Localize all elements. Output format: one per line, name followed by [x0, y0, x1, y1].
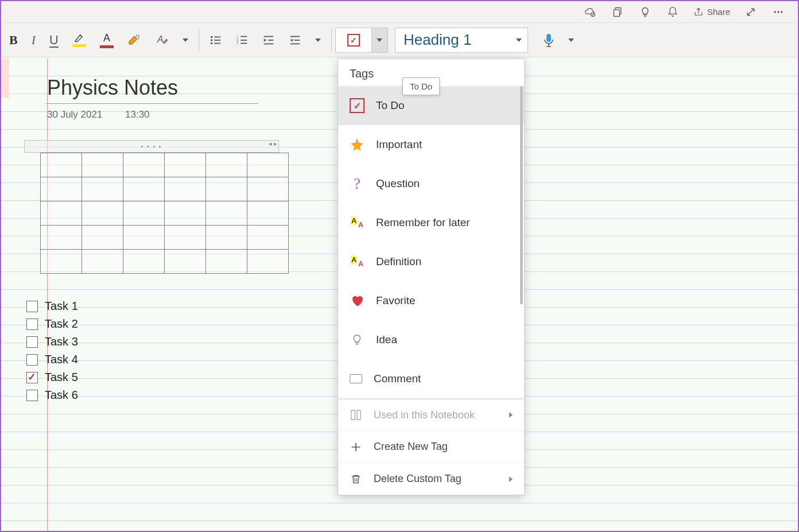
ribbon-toolbar: B I U A A 123	[1, 23, 798, 57]
tags-create-new[interactable]: Create New Tag	[338, 430, 524, 463]
separator	[331, 29, 332, 52]
tag-item-remember[interactable]: AARemember for later	[338, 203, 524, 242]
tag-item-label: To Do	[376, 99, 405, 112]
highlight-button[interactable]	[65, 27, 93, 53]
numbered-list-button[interactable]: 123	[229, 27, 255, 53]
lightbulb-icon[interactable]	[631, 2, 659, 22]
task-row: Task 4	[26, 351, 78, 368]
svg-rect-21	[268, 40, 273, 41]
tag-item-label: Definition	[376, 255, 421, 268]
page-title[interactable]: Physics Notes	[47, 76, 178, 100]
tags-delete-custom[interactable]: Delete Custom Tag	[338, 463, 524, 495]
tag-item-bulb[interactable]: Idea	[338, 320, 524, 359]
task-checkbox[interactable]	[26, 336, 38, 348]
font-dropdown-arrow[interactable]	[176, 27, 195, 53]
lightbulb-icon	[350, 332, 364, 347]
todo-checkbox-icon	[347, 34, 360, 46]
todo-icon	[350, 98, 364, 113]
svg-rect-20	[264, 36, 274, 37]
tags-create-label: Create New Tag	[374, 441, 448, 453]
tag-item-label: Idea	[376, 333, 397, 346]
svg-rect-24	[290, 40, 293, 41]
notifications-icon[interactable]	[659, 2, 686, 22]
style-selector-arrow[interactable]	[510, 28, 528, 52]
tag-item-heart[interactable]: Favorite	[338, 281, 524, 320]
svg-rect-17	[241, 40, 247, 41]
fullscreen-icon[interactable]	[737, 2, 765, 22]
edge-decoration	[1, 59, 9, 98]
tag-item-label: Important	[376, 138, 422, 151]
share-button[interactable]: Share	[686, 2, 737, 22]
table-container-handle[interactable]: • • • •	[24, 140, 279, 153]
dictate-dropdown-arrow[interactable]	[561, 27, 581, 53]
decrease-indent-button[interactable]	[255, 27, 282, 53]
question-icon: ?	[350, 176, 364, 191]
star-icon	[350, 137, 364, 152]
bullet-list-button[interactable]	[203, 27, 229, 53]
task-checkbox[interactable]	[26, 390, 38, 401]
svg-rect-13	[214, 42, 220, 44]
task-label[interactable]: Task 6	[45, 389, 78, 402]
cloud-sync-icon[interactable]	[576, 2, 604, 22]
svg-rect-6	[136, 35, 139, 39]
scrollbar-thumb[interactable]	[520, 86, 523, 304]
chevron-right-icon	[509, 412, 513, 418]
tag-item-comment[interactable]: Comment	[338, 359, 524, 398]
bold-button[interactable]: B	[2, 27, 25, 53]
italic-button[interactable]: I	[25, 27, 42, 53]
tag-item-definition[interactable]: AADefinition	[338, 242, 524, 281]
task-row: Task 1	[26, 297, 78, 315]
task-checkbox[interactable]	[26, 354, 38, 366]
paragraph-dropdown-arrow[interactable]	[308, 27, 328, 53]
embedded-table[interactable]	[40, 153, 289, 274]
style-selector-value: Heading 1	[395, 31, 510, 49]
svg-rect-25	[294, 40, 300, 41]
page-time[interactable]: 13:30	[125, 109, 150, 121]
svg-rect-11	[214, 40, 220, 41]
svg-point-5	[781, 11, 782, 13]
todo-tag-dropdown-button[interactable]	[371, 28, 387, 52]
increase-indent-button[interactable]	[282, 27, 308, 53]
task-label[interactable]: Task 5	[45, 371, 78, 384]
dictate-button[interactable]	[536, 27, 561, 53]
clear-formatting-button[interactable]: A	[148, 27, 176, 53]
task-label[interactable]: Task 3	[45, 335, 78, 348]
svg-rect-27	[546, 34, 551, 42]
tooltip: To Do	[402, 77, 440, 95]
svg-point-12	[211, 42, 213, 44]
underline-button[interactable]: U	[42, 27, 65, 53]
task-list: Task 1Task 2Task 3Task 4Task 5Task 6	[26, 297, 78, 404]
svg-text:3: 3	[236, 41, 238, 45]
task-label[interactable]: Task 1	[45, 300, 78, 313]
tags-delete-label: Delete Custom Tag	[374, 473, 461, 485]
task-label[interactable]: Task 4	[45, 353, 78, 366]
tag-item-star[interactable]: Important	[338, 125, 524, 164]
todo-tag-button[interactable]	[336, 28, 371, 52]
format-painter-button[interactable]	[121, 27, 148, 53]
svg-rect-9	[214, 36, 220, 37]
task-checkbox[interactable]	[26, 372, 38, 383]
svg-point-8	[211, 36, 213, 38]
title-bar: Share	[1, 1, 798, 23]
tag-item-question[interactable]: ?Question	[338, 164, 524, 203]
todo-tag-splitbutton	[335, 28, 388, 53]
heart-icon	[350, 293, 364, 308]
font-color-button[interactable]: A	[93, 27, 121, 53]
tags-used-in-notebook[interactable]: Used in this Notebook	[338, 398, 524, 430]
task-checkbox[interactable]	[26, 319, 38, 330]
style-selector[interactable]: Heading 1	[395, 28, 528, 53]
highlight-aa-icon: AA	[350, 254, 364, 269]
more-icon[interactable]	[765, 2, 792, 22]
svg-rect-22	[264, 43, 274, 44]
copy-page-icon[interactable]	[604, 2, 631, 22]
table-expand-handle[interactable]: ◂ ▸	[269, 140, 277, 147]
task-row: Task 5	[26, 368, 78, 386]
task-checkbox[interactable]	[26, 301, 38, 312]
svg-rect-23	[290, 36, 300, 37]
margin-line	[47, 59, 48, 531]
task-label[interactable]: Task 2	[45, 317, 78, 331]
page-date[interactable]: 30 July 2021	[47, 109, 102, 121]
tags-dropdown-panel: Tags To Do To DoImportant?QuestionAAReme…	[338, 59, 525, 495]
tag-item-label: Favorite	[376, 294, 416, 307]
svg-point-4	[777, 11, 779, 13]
